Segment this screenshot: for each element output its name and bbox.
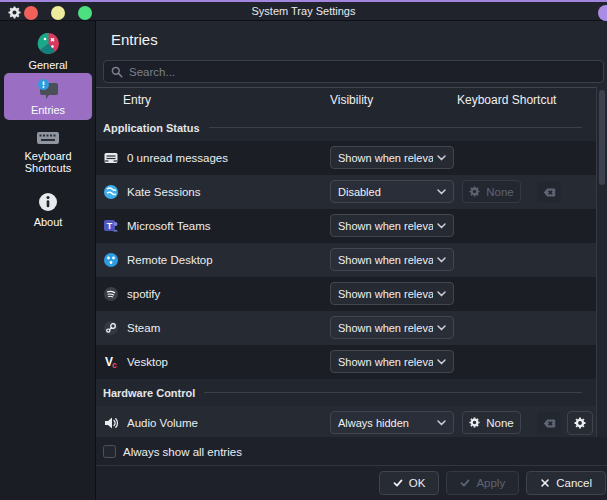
configure-button[interactable] — [567, 411, 593, 435]
keyboard-icon — [36, 130, 60, 146]
table-row: V c Vesktop Shown when relevant — [96, 345, 596, 379]
shortcut-none-button[interactable]: None — [462, 411, 521, 434]
section-divider — [204, 392, 582, 393]
search-icon — [111, 66, 123, 78]
visibility-dropdown[interactable]: Shown when relevant — [330, 316, 454, 339]
table-row: Steam Shown when relevant — [96, 311, 596, 345]
svg-text:T: T — [107, 221, 113, 231]
visibility-dropdown[interactable]: Shown when relevant — [330, 214, 454, 237]
section-title: Application Status — [103, 122, 200, 134]
sidebar-item-label: General — [28, 59, 67, 71]
check-icon — [460, 478, 470, 488]
vesktop-icon: V c — [103, 354, 119, 370]
sidebar-item-about[interactable]: About — [4, 189, 92, 235]
sidebar-item-label: About — [34, 216, 63, 228]
backspace-icon — [543, 187, 556, 198]
kate-icon — [103, 184, 119, 200]
svg-text:c: c — [112, 360, 117, 370]
table-row: 0 unread messages Shown when relevant — [96, 141, 596, 175]
entry-label: spotify — [127, 288, 160, 300]
sidebar-item-keyboard-shortcuts[interactable]: Keyboard Shortcuts — [4, 127, 92, 183]
sidebar-item-entries[interactable]: Entries — [4, 73, 92, 120]
search-box — [103, 60, 604, 83]
entry-label: Kate Sessions — [127, 186, 201, 198]
accent-dot-icon[interactable] — [598, 5, 607, 21]
table-row: T Microsoft Teams Shown when relevant — [96, 209, 596, 243]
section-divider — [209, 127, 582, 128]
about-info-icon — [38, 192, 58, 212]
clear-shortcut-button[interactable] — [537, 412, 561, 434]
gear-icon — [469, 186, 480, 197]
entries-list: Entry Visibility Keyboard Shortcut Appli… — [96, 87, 596, 437]
always-show-label: Always show all entries — [123, 446, 242, 458]
table-header: Entry Visibility Keyboard Shortcut — [96, 88, 596, 114]
visibility-dropdown[interactable]: Always hidden — [330, 411, 454, 434]
table-row: Remote Desktop Shown when relevant — [96, 243, 596, 277]
remote-desktop-icon — [103, 252, 119, 268]
audio-volume-icon — [103, 415, 119, 431]
chevron-down-icon — [437, 223, 446, 229]
column-keyboard-shortcut: Keyboard Shortcut — [457, 93, 556, 107]
steam-icon — [103, 320, 119, 336]
message-queue-icon — [103, 150, 119, 166]
window-title: System Tray Settings — [0, 2, 607, 21]
x-icon — [540, 478, 550, 488]
chevron-down-icon — [437, 359, 446, 365]
search-input[interactable] — [129, 66, 596, 78]
teams-icon: T — [103, 218, 119, 234]
gear-icon — [469, 417, 480, 428]
column-visibility: Visibility — [330, 93, 373, 107]
ok-button[interactable]: OK — [379, 471, 440, 495]
dialog-button-bar: OK Apply Cancel — [96, 465, 607, 500]
bottom-bar: Always show all entries OK Apply Cancel — [96, 437, 607, 500]
entries-icon — [35, 78, 61, 100]
entry-label: Steam — [127, 322, 160, 334]
section-title: Hardware Control — [103, 387, 195, 399]
scrollbar — [596, 87, 607, 437]
apply-button[interactable]: Apply — [446, 471, 519, 495]
entry-label: Vesktop — [127, 356, 168, 368]
scrollbar-thumb[interactable] — [599, 90, 605, 185]
chevron-down-icon — [437, 291, 446, 297]
check-icon — [393, 478, 403, 488]
spotify-icon — [103, 286, 119, 302]
cancel-button[interactable]: Cancel — [526, 471, 606, 495]
system-tray-settings-window: System Tray Settings General E — [0, 0, 607, 500]
table-row: Kate Sessions Disabled None — [96, 175, 596, 209]
sidebar: General Entries Keyboard Shortc — [0, 21, 96, 500]
visibility-dropdown[interactable]: Shown when relevant — [330, 146, 454, 169]
chevron-down-icon — [437, 257, 446, 263]
entry-label: 0 unread messages — [127, 152, 228, 164]
sidebar-item-general[interactable]: General — [4, 29, 92, 77]
clear-shortcut-button[interactable] — [537, 181, 561, 203]
chevron-down-icon — [437, 155, 446, 161]
chevron-down-icon — [437, 420, 446, 426]
backspace-icon — [543, 418, 556, 429]
column-entry: Entry — [123, 93, 151, 107]
section-header-application-status: Application Status — [96, 114, 596, 141]
sidebar-item-label: Keyboard Shortcuts — [16, 150, 80, 174]
visibility-dropdown[interactable]: Shown when relevant — [330, 248, 454, 271]
chevron-down-icon — [437, 325, 446, 331]
titlebar: System Tray Settings — [0, 0, 607, 21]
always-show-checkbox[interactable] — [103, 445, 116, 458]
section-header-hardware-control: Hardware Control — [96, 379, 596, 406]
always-show-row: Always show all entries — [103, 445, 242, 458]
visibility-dropdown[interactable]: Shown when relevant — [330, 282, 454, 305]
page-title: Entries — [111, 31, 158, 48]
gear-icon — [574, 417, 586, 429]
entry-label: Microsoft Teams — [127, 220, 211, 232]
entry-label: Audio Volume — [127, 417, 198, 429]
visibility-dropdown[interactable]: Disabled — [330, 180, 454, 203]
main-panel: Entries Entry Visibility Keyboard Shortc… — [96, 21, 607, 500]
general-icon — [37, 32, 60, 55]
table-row: Audio Volume Always hidden None — [96, 406, 596, 437]
chevron-down-icon — [437, 189, 446, 195]
shortcut-none-button[interactable]: None — [462, 180, 521, 203]
visibility-dropdown[interactable]: Shown when relevant — [330, 350, 454, 373]
table-row: spotify Shown when relevant — [96, 277, 596, 311]
sidebar-item-label: Entries — [31, 104, 65, 116]
entry-label: Remote Desktop — [127, 254, 213, 266]
